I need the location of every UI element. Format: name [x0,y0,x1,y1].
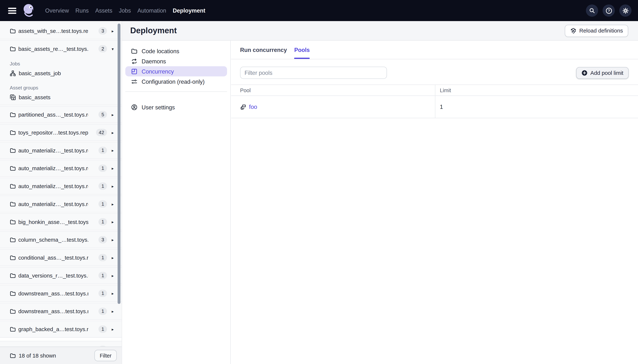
caret-right-icon[interactable]: ▸ [109,291,117,296]
folder-icon [10,112,16,118]
svg-text:?: ? [608,8,610,12]
tab-run-concurrency[interactable]: Run concurrency [240,41,287,59]
count-badge: 2 [99,45,107,52]
sidebar-scrollbar[interactable] [118,24,120,304]
pool-link[interactable]: foo [249,104,257,110]
folder-icon [10,219,16,225]
repo-name: auto_materializ…_test.toys.repo [18,165,88,171]
folder-icon [10,201,16,207]
caret-right-icon[interactable]: ▸ [109,238,117,242]
sidebar-item[interactable]: big_honkin_asse…_test.toys.rep 1 ▸ [0,214,122,230]
settings-nav-label: Code locations [142,48,179,54]
sidebar-footer: 18 of 18 shown Filter [0,347,122,364]
caret-right-icon[interactable]: ▸ [109,327,117,331]
tab-label: Run concurrency [240,46,287,53]
page-title: Deployment [130,26,177,36]
pools-toolbar: Add pool limit [240,67,628,79]
caret-right-icon[interactable]: ▸ [109,166,117,170]
filter-button[interactable]: Filter [94,350,117,361]
tab-pools[interactable]: Pools [294,41,310,59]
sliders-icon [131,78,137,85]
sidebar-item[interactable]: auto_materializ…_test.toys.repo 1 ▸ [0,178,122,194]
settings-nav-item-daemons[interactable]: Daemons [125,56,227,66]
count-badge: 42 [96,129,107,136]
sidebar-item[interactable]: auto_materializ…_test.toys.repo 1 ▸ [0,142,122,158]
sidebar-item[interactable]: conditional_ass…_test.toys.repo 1 ▸ [0,250,122,266]
caret-right-icon[interactable]: ▸ [109,309,117,313]
reload-code-location-icon [570,27,576,34]
count-badge: 1 [99,218,107,226]
caret-down-icon[interactable]: ▾ [109,46,117,51]
caret-right-icon[interactable]: ▸ [109,202,117,206]
settings-nav-label: Concurrency [142,68,174,74]
folder-icon [10,308,16,314]
settings-nav-label: Configuration (read-only) [142,78,205,85]
folder-icon [10,28,16,34]
folder-icon [131,48,137,54]
sidebar-item[interactable]: downstream_ass…test.toys.rep 1 ▸ [0,303,122,319]
caret-right-icon[interactable]: ▸ [109,273,117,278]
count-badge: 1 [99,254,107,261]
asset-group-item[interactable]: basic_assets [0,92,122,102]
folder-icon [10,237,16,243]
folder-icon [10,165,16,171]
nav-item-runs[interactable]: Runs [76,8,89,14]
nav-item-overview[interactable]: Overview [45,8,69,14]
caret-right-icon[interactable]: ▸ [109,130,117,135]
caret-right-icon[interactable]: ▸ [109,220,117,224]
sidebar-item[interactable]: assets_with_se…test.toys.repo 3 ▸ [0,23,122,39]
sidebar-item[interactable]: graph_backed_a…test.toys.repo 1 ▸ [0,321,122,337]
menu-icon[interactable] [8,8,16,14]
reload-definitions-button[interactable]: Reload definitions [565,24,628,37]
settings-button[interactable] [619,4,631,17]
column-header-pool: Pool [240,88,251,94]
sidebar-item[interactable]: downstream_ass…test.toys.rep 1 ▸ [0,285,122,302]
tab-label: Pools [294,46,310,53]
count-badge: 1 [99,200,107,208]
concurrency-tabs: Run concurrency Pools [231,41,638,59]
column-header-limit: Limit [440,87,451,93]
sidebar-item[interactable]: auto_materializ…_test.toys.repo 1 ▸ [0,196,122,212]
caret-right-icon[interactable]: ▸ [109,148,117,152]
nav-item-assets[interactable]: Assets [95,8,112,14]
count-badge: 1 [99,290,107,297]
settings-nav-item-concurrency[interactable]: Concurrency [125,66,227,76]
count-badge: 1 [99,308,107,315]
caret-right-icon[interactable]: ▸ [109,255,117,260]
sidebar-item[interactable]: data_versions_r…_test.toys.rep 1 ▸ [0,267,122,284]
sidebar-item[interactable]: auto_materializ…_test.toys.repo 1 ▸ [0,160,122,176]
add-pool-limit-button[interactable]: Add pool limit [576,67,629,79]
job-icon [10,70,16,76]
nav-item-deployment[interactable]: Deployment [173,8,205,14]
count-badge: 1 [99,272,107,279]
repo-name: big_honkin_asse…_test.toys.rep [18,219,88,225]
settings-nav-item-user-settings[interactable]: User settings [125,102,227,112]
job-item[interactable]: basic_assets_job [0,69,122,78]
dagster-logo-icon[interactable] [22,3,36,18]
settings-nav-item-code-locations[interactable]: Code locations [125,46,227,56]
settings-nav-divider [125,92,227,92]
settings-nav-item-configuration[interactable]: Configuration (read-only) [125,76,227,86]
nav-item-jobs[interactable]: Jobs [119,8,131,14]
repo-name: auto_materializ…_test.toys.repo [18,183,88,189]
nav-item-automation[interactable]: Automation [137,8,166,14]
sidebar-item[interactable]: partitioned_ass…_test.toys.rep 5 ▸ [0,106,122,123]
sidebar-item[interactable]: toys_repositor…test.toys.repo 42 ▸ [0,124,122,140]
caret-right-icon[interactable]: ▸ [109,112,117,117]
folder-icon [10,147,16,153]
repo-name: toys_repositor…test.toys.repo [18,129,88,136]
settings-nav-label: Daemons [142,58,166,64]
caret-right-icon[interactable]: ▸ [109,29,117,33]
sidebar-item[interactable]: column_schema_…test.toys.rep 3 ▸ [0,232,122,248]
search-button[interactable] [586,4,598,17]
add-pool-limit-label: Add pool limit [590,70,623,76]
top-nav: Overview Runs Assets Jobs Automation Dep… [0,0,638,21]
active-tab-indicator [294,58,310,59]
caret-right-icon[interactable]: ▸ [109,184,117,188]
jobs-section-label: Jobs [10,61,122,67]
help-button[interactable]: ? [603,4,615,17]
primary-nav: Overview Runs Assets Jobs Automation Dep… [45,8,205,14]
job-name: basic_assets_job [19,70,61,76]
filter-pools-input[interactable] [240,67,387,79]
sidebar-item[interactable]: basic_assets_re…_test.toys.rep 2 ▾ [0,41,122,57]
